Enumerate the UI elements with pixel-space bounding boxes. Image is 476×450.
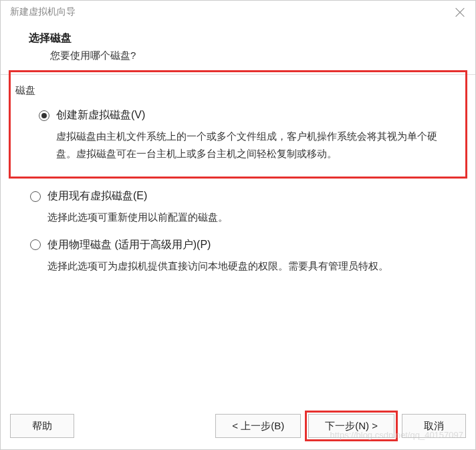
- option-label: 创建新虚拟磁盘(V): [56, 108, 145, 122]
- radio-physical-disk[interactable]: [30, 239, 41, 250]
- page-subtitle: 您要使用哪个磁盘?: [29, 49, 455, 62]
- option-label: 使用现有虚拟磁盘(E): [47, 189, 147, 203]
- back-button[interactable]: < 上一步(B): [215, 414, 301, 438]
- window-title: 新建虚拟机向导: [10, 6, 76, 18]
- wizard-footer: 帮助 < 上一步(B) 下一步(N) > 取消: [1, 411, 475, 441]
- option-desc: 选择此选项可重新使用以前配置的磁盘。: [30, 209, 454, 226]
- help-button[interactable]: 帮助: [10, 414, 74, 438]
- highlight-create-option: 创建新虚拟磁盘(V) 虚拟磁盘由主机文件系统上的一个或多个文件组成，客户机操作系…: [9, 70, 467, 179]
- close-icon[interactable]: [454, 6, 466, 18]
- wizard-content: 磁盘 创建新虚拟磁盘(V) 虚拟磁盘由主机文件系统上的一个或多个文件组成，客户机…: [1, 75, 475, 278]
- option-create-new-disk[interactable]: 创建新虚拟磁盘(V) 虚拟磁盘由主机文件系统上的一个或多个文件组成，客户机操作系…: [20, 100, 456, 166]
- titlebar: 新建虚拟机向导: [1, 1, 475, 23]
- option-physical-disk[interactable]: 使用物理磁盘 (适用于高级用户)(P) 选择此选项可为虚拟机提供直接访问本地硬盘…: [11, 230, 465, 279]
- radio-existing-disk[interactable]: [30, 191, 41, 202]
- wizard-header: 选择磁盘 您要使用哪个磁盘?: [1, 23, 475, 75]
- next-button[interactable]: 下一步(N) >: [308, 414, 394, 438]
- option-desc: 虚拟磁盘由主机文件系统上的一个或多个文件组成，客户机操作系统会将其视为单个硬盘。…: [39, 128, 445, 162]
- page-title: 选择磁盘: [29, 31, 455, 45]
- option-label: 使用物理磁盘 (适用于高级用户)(P): [47, 238, 211, 252]
- cancel-button[interactable]: 取消: [402, 414, 466, 438]
- option-existing-disk[interactable]: 使用现有虚拟磁盘(E) 选择此选项可重新使用以前配置的磁盘。: [11, 181, 465, 230]
- highlight-next-button: 下一步(N) >: [305, 411, 398, 441]
- option-desc: 选择此选项可为虚拟机提供直接访问本地硬盘的权限。需要具有管理员特权。: [30, 257, 454, 275]
- radio-create-new-disk[interactable]: [39, 110, 49, 121]
